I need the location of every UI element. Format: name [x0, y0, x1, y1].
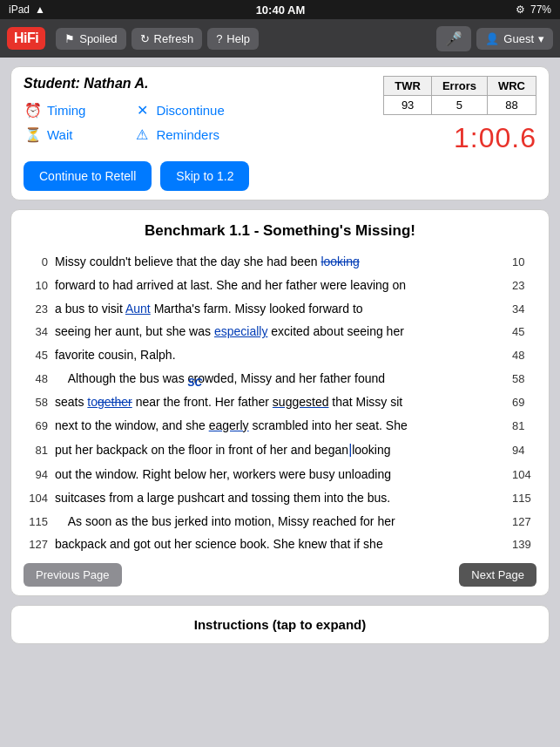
battery-text: 77% [530, 3, 551, 16]
errors-value: 5 [431, 96, 487, 115]
passage-row: 104 suitcases from a large pushcart and … [24, 488, 536, 508]
passage-row: 23 a bus to visit Aunt Martha's farm. Mi… [24, 299, 536, 319]
student-label: Student: [24, 76, 80, 91]
discontinue-link[interactable]: ✕ Discontinue [132, 100, 224, 119]
next-page-button[interactable]: Next Page [459, 563, 536, 587]
line-num-right: 10 [505, 254, 536, 272]
passage-row: 81 put her backpack on the floor in fron… [24, 438, 536, 461]
passage-row: 94 out the window. Right below her, work… [24, 465, 536, 485]
user-icon: 👤 [485, 32, 499, 45]
passage-row: 45 favorite cousin, Ralph. 48 [24, 345, 536, 365]
instructions-card[interactable]: Instructions (tap to expand) [10, 605, 550, 644]
passage-card: Benchmark 1.1 - Something's Missing! 0 M… [10, 209, 550, 596]
student-buttons: Continue to Retell Skip to 1.2 [24, 161, 536, 191]
nav-bar: HiFi ⚑ Spoiled ↻ Refresh ? Help 🎤 👤 Gues… [0, 19, 560, 58]
errors-header: Errors [431, 77, 487, 96]
line-num-right: 127 [505, 513, 536, 532]
annotation-sc: crSCowded [188, 369, 234, 388]
student-name-value: Nathan A. [84, 76, 148, 91]
timing-label: Timing [47, 103, 85, 118]
guest-label: Guest [503, 32, 534, 45]
refresh-icon: ↻ [140, 32, 150, 45]
passage-row: 58 seats together near the front. Her fa… [24, 392, 536, 412]
line-num-left: 81 [24, 442, 55, 460]
line-num-right: 23 [505, 277, 536, 295]
line-text: out the window. Right below her, workers… [55, 465, 505, 484]
line-num-right: 58 [505, 370, 536, 389]
passage-title: Benchmark 1.1 - Something's Missing! [24, 222, 536, 240]
spoiled-button[interactable]: ⚑ Spoiled [56, 28, 125, 50]
line-text: seeing her aunt, but she was especially … [55, 322, 505, 341]
mic-button[interactable]: 🎤 [436, 26, 471, 51]
passage-row: 10 forward to had arrived at last. She a… [24, 275, 536, 295]
line-text: Missy couldn't believe that the day she … [55, 252, 505, 271]
passage-row: 48 Although the bus was crSCowded, Missy… [24, 369, 536, 389]
continue-retell-button[interactable]: Continue to Retell [24, 161, 152, 191]
bracket-mark: | [348, 442, 352, 457]
line-num-left: 45 [24, 347, 55, 365]
line-num-left: 48 [24, 370, 55, 389]
line-text: forward to had arrived at last. She and … [55, 275, 505, 295]
status-right: ⚙ 77% [516, 3, 551, 16]
instructions-label: Instructions [194, 617, 269, 632]
wait-icon: ⏳ [24, 125, 43, 144]
refresh-label: Refresh [154, 32, 194, 45]
student-name: Student: Nathan A. [24, 76, 225, 92]
status-time: 10:40 AM [256, 3, 306, 17]
annotation-underline: especially [214, 324, 267, 338]
timing-link[interactable]: ⏰ Timing [24, 100, 115, 119]
skip-button[interactable]: Skip to 1.2 [160, 161, 249, 191]
help-label: Help [226, 32, 250, 45]
line-num-left: 0 [24, 254, 55, 272]
student-top: Student: Nathan A. ⏰ Timing ✕ Discontinu… [24, 76, 536, 154]
refresh-button[interactable]: ↻ Refresh [132, 28, 203, 50]
score-section: TWR Errors WRC 93 5 88 1:00.6 [383, 76, 536, 154]
wait-label: Wait [47, 127, 72, 142]
chevron-down-icon: ▾ [538, 32, 544, 45]
instructions-expand: (tap to expand) [273, 617, 367, 632]
wifi-icon: ▲ [35, 3, 45, 16]
guest-button[interactable]: 👤 Guest ▾ [476, 28, 553, 50]
twr-header: TWR [384, 77, 432, 96]
spoiled-label: Spoiled [79, 32, 117, 45]
line-num-right: 34 [505, 301, 536, 319]
line-text: seats together near the front. Her fathe… [55, 392, 505, 411]
passage-row: 34 seeing her aunt, but she was especial… [24, 322, 536, 342]
line-text: suitcases from a large pushcart and toss… [55, 488, 505, 507]
line-num-left: 58 [24, 394, 55, 412]
passage-row: 127 backpack and got out her science boo… [24, 534, 536, 554]
twr-value: 93 [384, 96, 432, 115]
line-num-right: 45 [505, 323, 536, 342]
line-num-right: 139 [505, 536, 536, 554]
line-num-right: 94 [505, 442, 536, 460]
line-num-left: 23 [24, 301, 55, 319]
line-num-left: 104 [24, 490, 55, 508]
line-text: put her backpack on the floor in front o… [55, 438, 505, 461]
annotation-underline: together [87, 395, 132, 409]
score-table: TWR Errors WRC 93 5 88 [383, 76, 536, 115]
prev-page-button[interactable]: Previous Page [24, 563, 122, 587]
line-text: a bus to visit Aunt Martha's farm. Missy… [55, 299, 505, 318]
line-text: As soon as the bus jerked into motion, M… [55, 512, 505, 531]
annotation-underline: eagerly [209, 418, 249, 432]
spoiled-icon: ⚑ [64, 32, 75, 45]
reminders-label: Reminders [156, 127, 219, 142]
discontinue-icon: ✕ [132, 100, 152, 119]
wait-link[interactable]: ⏳ Wait [24, 125, 115, 144]
discontinue-label: Discontinue [156, 103, 224, 118]
main-content: Student: Nathan A. ⏰ Timing ✕ Discontinu… [0, 58, 560, 653]
line-text: favorite cousin, Ralph. [55, 345, 505, 364]
line-num-right: 48 [505, 347, 536, 365]
passage-row: 115 As soon as the bus jerked into motio… [24, 512, 536, 532]
help-button[interactable]: ? Help [207, 28, 259, 50]
app-logo: HiFi [7, 27, 45, 50]
line-num-left: 127 [24, 536, 55, 554]
line-num-left: 34 [24, 323, 55, 342]
reminders-link[interactable]: ⚠ Reminders [132, 125, 224, 144]
bluetooth-icon: ⚙ [516, 3, 525, 16]
mic-icon: 🎤 [445, 31, 462, 46]
line-num-right: 69 [505, 394, 536, 412]
line-num-right: 104 [505, 466, 536, 485]
line-num-right: 115 [505, 490, 536, 508]
line-num-left: 94 [24, 466, 55, 485]
